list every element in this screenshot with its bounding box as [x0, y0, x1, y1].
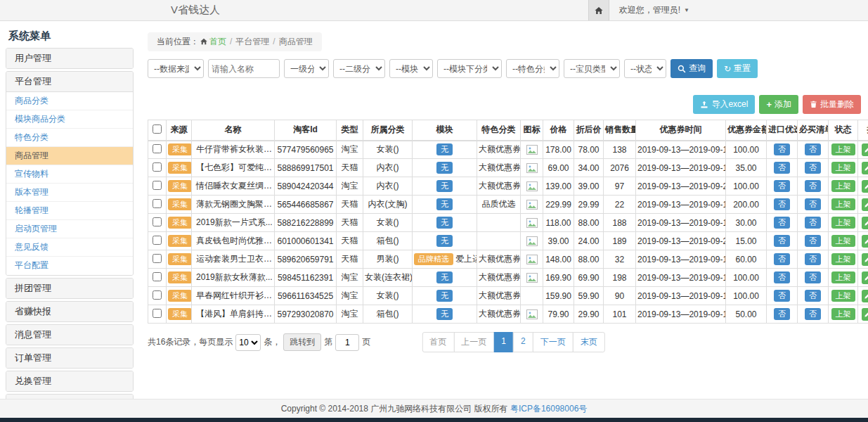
sidebar-item[interactable]: 商品分类 [6, 92, 133, 110]
row-checkbox[interactable] [153, 309, 162, 318]
status-badge[interactable]: 上架 [831, 271, 855, 283]
row-checkbox[interactable] [153, 236, 162, 245]
import-flag-badge[interactable]: 否 [774, 290, 790, 302]
sidebar-item[interactable]: 特色分类 [6, 129, 133, 147]
import-flag-badge[interactable]: 否 [774, 235, 790, 247]
level2-category-filter[interactable]: --二级分类-- [333, 59, 385, 78]
breadcrumb-platform-link[interactable]: 平台管理 [235, 37, 269, 46]
sidebar-group-toggle[interactable]: 平台管理 [6, 72, 133, 91]
module-filter[interactable]: --模块-- [389, 59, 433, 78]
status-badge[interactable]: 上架 [831, 308, 855, 320]
sidebar-group-toggle[interactable]: 消息管理 [6, 325, 133, 345]
sidebar-item[interactable]: 宣传物料 [6, 165, 133, 184]
pagination-item[interactable]: 末页 [573, 332, 605, 352]
status-badge[interactable]: 上架 [831, 162, 855, 174]
sidebar-item[interactable]: 启动页管理 [6, 220, 133, 238]
level1-category-filter[interactable]: 一级分类 [284, 59, 329, 78]
sidebar-group-toggle[interactable]: 兑换管理 [6, 371, 133, 391]
edit-button[interactable] [862, 162, 868, 174]
must-buy-flag-badge[interactable]: 否 [805, 253, 821, 265]
import-flag-badge[interactable]: 否 [774, 271, 790, 283]
pagination-item[interactable]: 下一页 [533, 332, 574, 352]
edit-button[interactable] [862, 198, 868, 211]
import-flag-badge[interactable]: 否 [774, 143, 790, 155]
pagination-item[interactable]: 首页 [422, 332, 454, 352]
sidebar-group-toggle[interactable]: 订单管理 [6, 348, 133, 368]
status-badge[interactable]: 上架 [831, 143, 855, 155]
batch-delete-button[interactable]: 批量删除 [803, 95, 861, 114]
pagination-item[interactable]: 2 [513, 332, 533, 352]
module-badge: 无 [436, 290, 453, 302]
import-excel-button[interactable]: 导入excel [693, 95, 755, 114]
status-badge[interactable]: 上架 [831, 180, 855, 192]
must-buy-flag-badge[interactable]: 否 [805, 271, 821, 283]
must-buy-flag-badge[interactable]: 否 [805, 143, 821, 155]
must-buy-flag-badge[interactable]: 否 [805, 217, 821, 229]
pagination-item[interactable]: 1 [493, 332, 514, 352]
import-flag-badge[interactable]: 否 [774, 217, 790, 229]
must-buy-flag-badge[interactable]: 否 [805, 198, 821, 210]
import-flag-badge[interactable]: 否 [774, 162, 790, 174]
edit-button[interactable] [862, 235, 868, 248]
must-buy-flag-badge[interactable]: 否 [805, 162, 821, 174]
edit-button[interactable] [862, 308, 868, 321]
sidebar-group-toggle[interactable]: 拼团管理 [6, 279, 133, 298]
must-buy-flag-badge[interactable]: 否 [805, 235, 821, 247]
status-badge[interactable]: 上架 [831, 253, 855, 265]
sidebar-item[interactable]: 平台配置 [6, 257, 133, 275]
row-checkbox[interactable] [153, 217, 162, 226]
status-badge[interactable]: 上架 [831, 217, 855, 229]
data-source-filter[interactable]: --数据来源-- [148, 59, 204, 78]
item-type-filter[interactable]: --宝贝类型-- [564, 59, 620, 78]
status-badge[interactable]: 上架 [831, 290, 855, 302]
import-flag-badge[interactable]: 否 [774, 308, 790, 320]
sidebar-item[interactable]: 意见反馈 [6, 238, 133, 257]
edit-button[interactable] [862, 143, 868, 156]
row-checkbox[interactable] [153, 272, 162, 281]
cell-discount-price: 29.90 [574, 305, 604, 324]
row-checkbox[interactable] [153, 199, 162, 208]
sidebar-item[interactable]: 版本管理 [6, 184, 133, 202]
reset-button[interactable]: ↻ 重置 [717, 59, 758, 78]
special-category-filter[interactable]: --特色分类-- [506, 59, 559, 78]
edit-button[interactable] [862, 180, 868, 193]
must-buy-flag-badge[interactable]: 否 [805, 290, 821, 302]
import-flag-badge[interactable]: 否 [774, 180, 790, 192]
status-filter[interactable]: --状态-- [624, 59, 666, 78]
module-sub-filter[interactable]: --模块下分类-- [437, 59, 502, 78]
page-number-input[interactable] [335, 334, 359, 351]
cell-module: 无 [413, 232, 477, 250]
name-search-input[interactable] [208, 59, 280, 78]
edit-button[interactable] [862, 217, 868, 229]
must-buy-flag-badge[interactable]: 否 [805, 180, 821, 192]
row-checkbox[interactable] [153, 290, 162, 300]
icp-link[interactable]: 粤ICP备16098006号 [510, 404, 587, 414]
sidebar-item[interactable]: 模块商品分类 [6, 110, 133, 129]
row-checkbox[interactable] [153, 181, 162, 190]
edit-button[interactable] [862, 271, 868, 284]
row-checkbox[interactable] [153, 162, 162, 172]
sidebar-item[interactable]: 轮播管理 [6, 202, 133, 220]
pagination-item[interactable]: 上一页 [453, 332, 494, 352]
edit-button[interactable] [862, 290, 868, 302]
import-flag-badge[interactable]: 否 [774, 198, 790, 210]
must-buy-flag-badge[interactable]: 否 [805, 308, 821, 320]
status-badge[interactable]: 上架 [831, 198, 855, 210]
breadcrumb-home-link[interactable]: 首页 [209, 37, 226, 46]
import-flag-badge[interactable]: 否 [774, 253, 790, 265]
jump-button[interactable]: 跳转到 [283, 333, 321, 351]
select-all-checkbox[interactable] [153, 124, 162, 134]
row-checkbox[interactable] [153, 144, 162, 153]
edit-button[interactable] [862, 253, 868, 266]
status-badge[interactable]: 上架 [831, 235, 855, 247]
add-button[interactable]: + 添加 [759, 95, 798, 114]
search-button[interactable]: 查询 [671, 59, 713, 78]
row-checkbox[interactable] [153, 254, 162, 263]
home-button[interactable] [588, 0, 609, 20]
sidebar-group-toggle[interactable]: 用户管理 [6, 49, 133, 68]
sidebar-group-toggle[interactable]: 省赚快报 [6, 302, 133, 321]
per-page-select[interactable]: 10 [235, 334, 261, 351]
sidebar-item[interactable]: 商品管理 [6, 147, 133, 165]
module-badge: 无 [436, 162, 453, 174]
user-menu[interactable]: 欢迎您，管理员! ▼ [609, 4, 699, 16]
